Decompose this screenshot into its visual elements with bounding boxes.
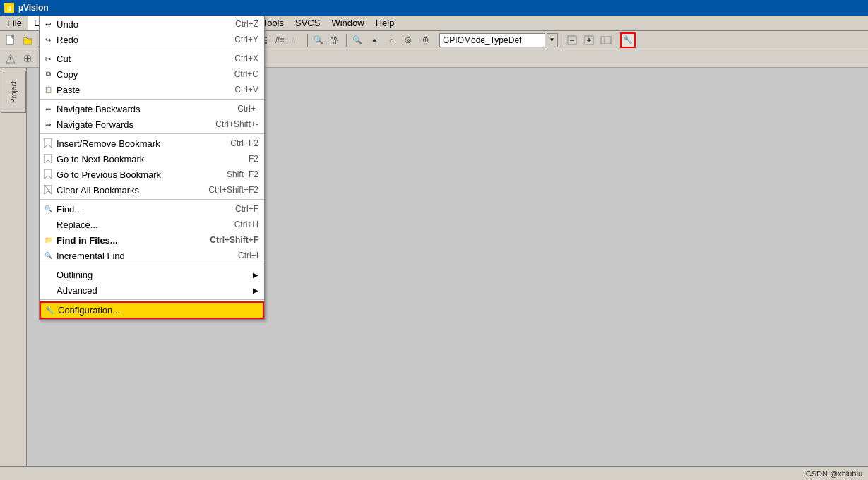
nav-back-label: Navigate Backwards [57,104,223,114]
menu-item-clear-bookmarks[interactable]: Clear All Bookmarks Ctrl+Shift+F2 [40,182,264,198]
separator-7 [561,34,561,47]
separator-8 [617,34,617,47]
menu-window[interactable]: Window [326,16,369,30]
menu-item-outlining[interactable]: Outlining ▶ [40,267,264,282]
new-file-btn[interactable] [3,32,18,48]
menu-item-advanced[interactable]: Advanced ▶ [40,282,264,298]
replace-toolbar-btn[interactable]: abcd [328,32,343,48]
zoom-in-btn[interactable]: 🔍 [350,32,365,48]
app-title: µVision [18,3,49,13]
find-toolbar-btn[interactable]: 🔍 [311,32,326,48]
divider-3 [40,133,264,134]
separator-4 [307,34,308,47]
find-files-label: Find in Files... [57,235,196,246]
row2-btn2[interactable] [20,51,35,66]
menu-item-undo[interactable]: Undo Ctrl+Z [40,16,264,32]
menu-item-redo[interactable]: Redo Ctrl+Y [40,32,264,47]
toolbar-icon-2[interactable] [581,32,597,48]
outlining-icon [42,269,54,280]
circle3-btn[interactable]: ◎ [400,32,416,48]
menu-item-insert-bookmark[interactable]: Insert/Remove Bookmark Ctrl+F2 [40,136,264,151]
outlining-label: Outlining [57,270,247,280]
advanced-icon [42,284,54,296]
outlining-arrow: ▶ [253,271,258,279]
insert-bookmark-icon [42,138,54,149]
circle4-btn[interactable]: ⊕ [417,32,433,48]
toolbar-icon-3[interactable] [598,32,614,48]
copy-label: Copy [57,69,220,80]
config-icon [44,305,55,316]
prev-bookmark-label: Go to Previous Bookmark [57,169,213,180]
svg-rect-28 [601,37,611,44]
advanced-label: Advanced [57,285,247,296]
redo-icon [42,34,54,45]
clear-bookmarks-label: Clear All Bookmarks [57,185,194,196]
menu-file[interactable]: File [1,16,28,30]
menu-svcs[interactable]: SVCS [290,16,326,30]
undo-shortcut: Ctrl+Z [235,19,258,29]
row2-btn1[interactable] [3,51,18,66]
prev-bookmark-icon [42,169,54,180]
copy-icon [42,68,54,80]
find-icon [42,203,54,215]
clear-bookmarks-shortcut: Ctrl+Shift+F2 [208,185,258,195]
divider-2 [40,99,264,100]
svg-text://: // [275,37,280,44]
paste-shortcut: Ctrl+V [234,85,258,95]
insert-bookmark-shortcut: Ctrl+F2 [230,138,258,148]
copy-shortcut: Ctrl+C [234,69,258,79]
menu-item-find-files[interactable]: Find in Files... Ctrl+Shift+F [40,232,264,248]
find-files-icon [42,234,54,246]
app-icon: µ [4,3,14,13]
symbol-dropdown[interactable]: GPIOMode_TypeDef [439,33,545,47]
circle2-btn[interactable]: ○ [384,32,399,48]
config-toolbar-btn[interactable]: 🔧 [620,32,636,48]
open-file-btn[interactable] [20,32,35,48]
prev-bookmark-shortcut: Shift+F2 [227,169,258,179]
cut-shortcut: Ctrl+X [234,54,258,64]
sidebar: Project [0,68,27,466]
menu-item-paste[interactable]: Paste Ctrl+V [40,82,264,97]
cut-icon [42,53,54,64]
separator-5 [346,34,347,47]
title-bar: µ µVision [0,0,868,16]
divider-1 [40,49,264,49]
sidebar-tab-project[interactable]: Project [1,71,26,113]
clear-bookmarks-icon [42,184,54,196]
menu-item-find[interactable]: Find... Ctrl+F [40,201,264,217]
toolbar-icon-1[interactable] [564,32,580,48]
incremental-find-label: Incremental Find [57,251,224,261]
nav-fwd-label: Navigate Forwards [57,119,201,130]
menu-item-nav-fwd[interactable]: Navigate Forwards Ctrl+Shift+- [40,116,264,132]
find-shortcut: Ctrl+F [235,204,258,214]
menu-item-cut[interactable]: Cut Ctrl+X [40,51,264,66]
menu-item-nav-back[interactable]: Navigate Backwards Ctrl+- [40,101,264,116]
divider-4 [40,199,264,200]
paste-label: Paste [57,85,220,95]
redo-shortcut: Ctrl+Y [234,35,258,44]
menu-item-incremental-find[interactable]: Incremental Find Ctrl+I [40,248,264,263]
separator-6 [436,34,436,47]
comment-btn[interactable]: // [272,32,287,48]
replace-label: Replace... [57,220,220,230]
nav-fwd-icon [42,119,54,130]
uncomment-btn[interactable]: // [289,32,304,48]
replace-icon [42,219,54,230]
next-bookmark-shortcut: F2 [249,154,258,164]
menu-item-copy[interactable]: Copy Ctrl+C [40,66,264,82]
status-text: CSDN @xbiubiu [806,469,862,478]
undo-label: Undo [57,19,221,30]
symbol-dropdown-arrow[interactable]: ▼ [547,33,558,47]
next-bookmark-label: Go to Next Bookmark [57,154,234,164]
menu-item-replace[interactable]: Replace... Ctrl+H [40,217,264,232]
menu-item-configuration[interactable]: Configuration... [40,301,264,319]
redo-label: Redo [57,35,220,45]
nav-back-icon [42,103,54,114]
divider-5 [40,265,264,265]
circle1-btn[interactable]: ● [367,32,382,48]
menu-help[interactable]: Help [370,16,400,30]
menu-item-prev-bookmark[interactable]: Go to Previous Bookmark Shift+F2 [40,167,264,182]
insert-bookmark-label: Insert/Remove Bookmark [57,138,216,149]
menu-item-next-bookmark[interactable]: Go to Next Bookmark F2 [40,151,264,167]
incremental-find-shortcut: Ctrl+I [238,251,258,260]
